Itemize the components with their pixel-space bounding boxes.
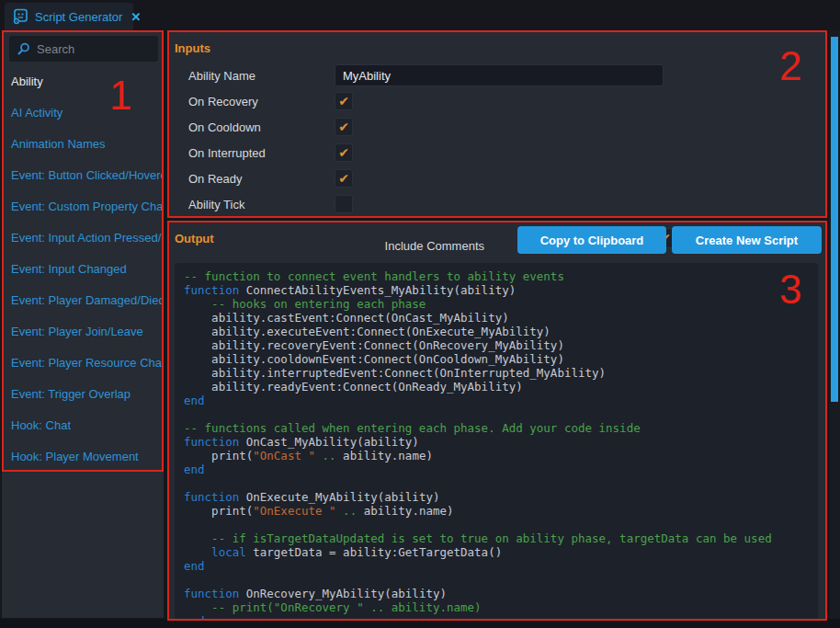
code-line: end (184, 559, 809, 573)
code-line: function OnCast_MyAbility(ability) (184, 435, 809, 449)
scrollbar-thumb[interactable] (831, 37, 838, 402)
output-panel: Output Include Comments ✔ Copy to Clipbo… (167, 221, 827, 621)
code-line: ability.readyEvent:Connect(OnReady_MyAbi… (184, 380, 809, 394)
sidebar-item[interactable]: AI Activity (2, 97, 164, 129)
sidebar-item[interactable]: Event: Player Resource Changed (2, 348, 164, 379)
code-line (184, 476, 809, 490)
sidebar-item[interactable]: Animation Names (2, 129, 164, 160)
tab-close-icon[interactable]: ✕ (131, 10, 141, 24)
include-comments-label: Include Comments (385, 239, 484, 253)
input-row: On Interrupted✔ (167, 140, 827, 166)
ability-name-label: Ability Name (167, 69, 335, 83)
tab-script-generator[interactable]: Script Generator ✕ (5, 3, 133, 30)
search-icon (17, 42, 30, 56)
script-generator-icon (12, 8, 28, 25)
input-label: Ability Tick (167, 198, 335, 211)
code-line: function ConnectAbilityEvents_MyAbility(… (184, 283, 809, 297)
template-sidebar: Search AbilityAI ActivityAnimation Names… (2, 30, 164, 618)
checkbox[interactable]: ✔ (335, 118, 353, 136)
ability-name-field[interactable]: MyAbility (335, 64, 664, 86)
code-line: function OnRecovery_MyAbility(ability) (184, 587, 809, 600)
code-line (184, 573, 809, 587)
code-line: -- functions called when entering each p… (184, 421, 809, 435)
code-line: -- print("OnRecovery " .. ability.name) (184, 600, 809, 614)
input-row: On Ready✔ (167, 166, 827, 191)
check-icon: ✔ (338, 120, 349, 133)
code-line: -- function to connect event handlers to… (184, 269, 809, 283)
code-line: end (184, 394, 809, 407)
inputs-panel: Inputs Ability Name MyAbility On Recover… (167, 30, 827, 218)
code-line: function OnExecute_MyAbility(ability) (184, 490, 809, 504)
sidebar-item[interactable]: Event: Button Clicked/Hovered (2, 160, 164, 191)
check-icon: ✔ (338, 172, 349, 185)
code-line: local targetData = ability:GetTargetData… (184, 545, 809, 559)
input-row: On Recovery✔ (167, 88, 827, 114)
code-line: end (184, 462, 809, 476)
input-label: On Ready (167, 172, 335, 186)
inputs-title: Inputs (175, 41, 210, 55)
sidebar-item[interactable]: Event: Input Changed (2, 254, 164, 285)
bottom-strip (0, 619, 840, 628)
template-list: AbilityAI ActivityAnimation NamesEvent: … (2, 66, 164, 473)
sidebar-item[interactable]: Ability (2, 66, 164, 97)
sidebar-item[interactable]: Event: Player Join/Leave (2, 316, 164, 348)
copy-to-clipboard-button[interactable]: Copy to Clipboard (517, 226, 666, 254)
code-line: ability.executeEvent:Connect(OnExecute_M… (184, 325, 809, 338)
code-line: print("OnCast " .. ability.name) (184, 449, 809, 462)
scrollbar-track[interactable] (829, 30, 840, 628)
checkbox[interactable]: ✔ (335, 169, 353, 188)
tab-bar: Script Generator ✕ (0, 0, 840, 30)
sidebar-item[interactable]: Event: Custom Property Changed (2, 191, 164, 223)
code-line: ability.cooldownEvent:Connect(OnCooldown… (184, 352, 809, 366)
code-output[interactable]: -- function to connect event handlers to… (175, 263, 818, 620)
code-line: ability.castEvent:Connect(OnCast_MyAbili… (184, 311, 809, 325)
check-icon: ✔ (338, 146, 349, 159)
checkbox[interactable] (335, 195, 353, 213)
code-line (184, 518, 809, 531)
sidebar-item[interactable]: Event: Input Action Pressed/Released (2, 223, 164, 254)
sidebar-item[interactable]: Hook: Chat (2, 410, 164, 441)
input-label: On Recovery (167, 95, 335, 108)
create-new-script-button[interactable]: Create New Script (672, 226, 822, 254)
code-line: -- hooks on entering each phase (184, 297, 809, 311)
input-row: On Cooldown✔ (167, 114, 827, 140)
code-line (184, 407, 809, 421)
checkbox[interactable]: ✔ (335, 143, 353, 162)
search-placeholder: Search (37, 42, 74, 56)
sidebar-item[interactable]: Event: Player Damaged/Died/Respawn (2, 285, 164, 316)
check-icon: ✔ (338, 95, 349, 108)
input-label: On Interrupted (167, 146, 335, 160)
script-generator-window: Script Generator ✕ Search AbilityAI Acti… (0, 0, 840, 628)
tab-title: Script Generator (35, 10, 122, 24)
checkbox[interactable]: ✔ (335, 92, 353, 110)
checkbox-rows: On Recovery✔On Cooldown✔On Interrupted✔O… (167, 88, 827, 217)
code-line: ability.recoveryEvent:Connect(OnRecovery… (184, 338, 809, 352)
code-line: -- if isTargetDataUpdated is set to true… (184, 531, 809, 545)
code-line: ability.interruptedEvent:Connect(OnInter… (184, 366, 809, 380)
search-input[interactable]: Search (9, 36, 158, 62)
ability-name-row: Ability Name MyAbility (167, 63, 827, 88)
input-rows: Ability Name MyAbility On Recovery✔On Co… (167, 63, 827, 217)
sidebar-item[interactable]: Event: Trigger Overlap (2, 379, 164, 410)
sidebar-item[interactable]: Hook: Player Movement (2, 441, 164, 473)
input-label: On Cooldown (167, 120, 335, 134)
input-row: Ability Tick (167, 191, 827, 217)
code-line: print("OnExecute " .. ability.name) (184, 504, 809, 518)
output-title: Output (175, 232, 214, 245)
